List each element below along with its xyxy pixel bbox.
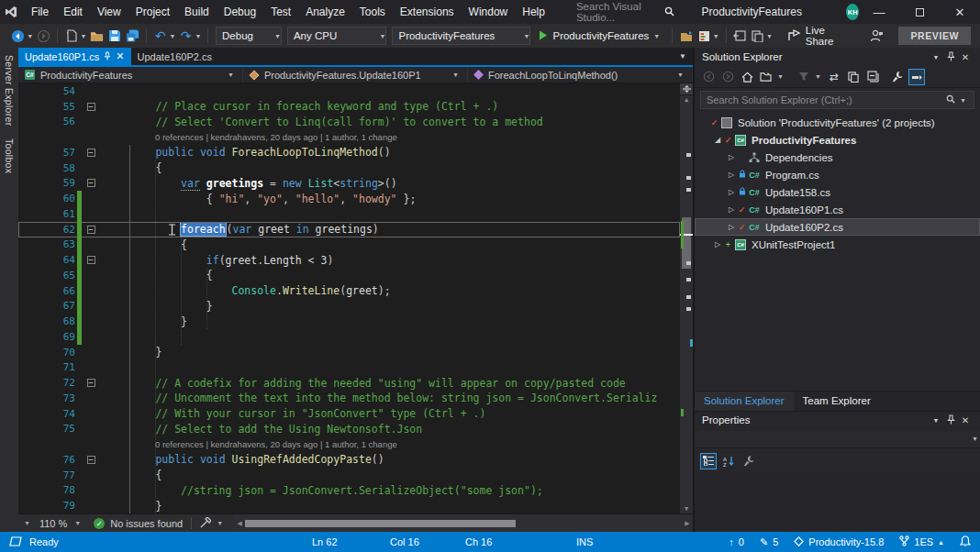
search-input[interactable]: Search Visual Studio... bbox=[573, 3, 678, 21]
fold-collapse-icon[interactable]: − bbox=[87, 379, 95, 387]
side-tab-toolbox[interactable]: Toolbox bbox=[4, 138, 15, 173]
cursor-column-indicator[interactable]: Col 16 bbox=[390, 532, 419, 552]
diagnostics-dropdown[interactable]: ▼ bbox=[713, 33, 721, 39]
categorized-view-icon[interactable] bbox=[700, 453, 717, 469]
se-forward-icon[interactable] bbox=[719, 69, 736, 85]
window-position-dropdown[interactable]: ▼ bbox=[929, 54, 943, 61]
code-line-61[interactable]: 61 bbox=[18, 206, 680, 222]
panel-tab-team-explorer[interactable]: Team Explorer bbox=[794, 392, 880, 411]
breakpoint-margin[interactable] bbox=[18, 483, 50, 499]
properties-wrench-icon[interactable] bbox=[889, 69, 906, 85]
codelens-indicator[interactable]: 0 references | kendrahavens, 20 days ago… bbox=[18, 436, 680, 452]
breadcrumb-segment[interactable]: ForeachLoopToLinqMethod()▼ bbox=[468, 67, 693, 83]
refresh-icon[interactable] bbox=[845, 69, 862, 85]
code-line-78[interactable]: 78 //string json = JsonConvert.Serialize… bbox=[18, 483, 680, 499]
scroll-down-arrow[interactable]: ▼ bbox=[680, 504, 693, 513]
code-text[interactable]: { bbox=[99, 269, 213, 282]
menu-build[interactable]: Build bbox=[177, 0, 217, 24]
close-tab-icon[interactable]: ✕ bbox=[116, 50, 124, 62]
side-tab-server-explorer[interactable]: Server Explorer bbox=[4, 55, 15, 126]
undo-icon[interactable]: ↶ bbox=[151, 26, 169, 46]
insert-mode-indicator[interactable]: INS bbox=[576, 532, 593, 552]
solution-explorer-search-input[interactable]: Search Solution Explorer (Ctrl+;) ▼ bbox=[700, 91, 974, 109]
code-text[interactable]: { bbox=[99, 238, 187, 251]
code-line-72[interactable]: 72− // A codefix for adding the needed "… bbox=[18, 375, 680, 391]
se-back-icon[interactable] bbox=[700, 69, 717, 85]
code-text[interactable]: // Select 'Convert to Linq(call form)' t… bbox=[99, 116, 543, 128]
scroll-up-arrow[interactable]: ▲ bbox=[680, 95, 693, 105]
background-tasks-icon[interactable] bbox=[9, 536, 22, 548]
zoom-select[interactable]: 110 %▼ bbox=[36, 518, 84, 529]
code-line-54[interactable]: 54 bbox=[18, 83, 680, 99]
chevron-collapsed-icon[interactable]: ▷ bbox=[726, 205, 737, 214]
breakpoint-margin[interactable] bbox=[18, 222, 50, 237]
copy-paste-icon[interactable] bbox=[749, 26, 766, 46]
code-line-75[interactable]: 75 // Select to add the Using Newtonsoft… bbox=[18, 422, 680, 437]
menu-edit[interactable]: Edit bbox=[56, 0, 90, 24]
code-text[interactable]: } bbox=[99, 346, 161, 359]
live-share-button[interactable]: Live Share bbox=[787, 25, 853, 47]
new-file-icon[interactable] bbox=[62, 26, 80, 46]
breakpoint-margin[interactable] bbox=[18, 468, 50, 483]
home-icon[interactable] bbox=[739, 69, 755, 85]
fold-collapse-icon[interactable]: − bbox=[87, 256, 95, 264]
code-line-77[interactable]: 77 { bbox=[18, 468, 680, 483]
preview-button[interactable]: PREVIEW bbox=[898, 27, 971, 45]
redo-icon[interactable]: ↷ bbox=[177, 26, 195, 46]
scroll-right-arrow[interactable]: ▶ bbox=[682, 520, 693, 527]
repository-indicator[interactable]: Productivity-15.8 bbox=[794, 536, 884, 548]
tree-item-update160p2-cs[interactable]: ▷✓C#Update160P2.cs bbox=[695, 218, 980, 236]
chevron-collapsed-icon[interactable]: ▷ bbox=[726, 171, 737, 179]
fold-collapse-icon[interactable]: − bbox=[87, 456, 95, 464]
document-tab-update160p1.cs[interactable]: Update160P1.cs✕ bbox=[18, 48, 131, 65]
code-text[interactable]: Console.WriteLine(greet); bbox=[99, 284, 391, 297]
cursor-character-indicator[interactable]: Ch 16 bbox=[465, 532, 492, 552]
menu-file[interactable]: File bbox=[24, 0, 56, 24]
se-search-dropdown[interactable]: ▼ bbox=[960, 97, 968, 104]
code-text[interactable]: } bbox=[99, 500, 161, 513]
breakpoint-margin[interactable] bbox=[18, 191, 50, 206]
code-line-57[interactable]: 57− public void ForeachLoopToLinqMethod(… bbox=[18, 145, 680, 160]
chevron-collapsed-icon[interactable]: ▷ bbox=[712, 240, 723, 248]
breakpoint-margin[interactable] bbox=[18, 498, 50, 513]
breakpoint-margin[interactable] bbox=[18, 406, 50, 422]
switch-views-dropdown[interactable]: ▼ bbox=[777, 73, 785, 80]
breakpoint-margin[interactable] bbox=[18, 115, 50, 130]
tab-list-dropdown[interactable]: ▼ bbox=[679, 52, 693, 61]
close-panel-icon[interactable]: ✕ bbox=[958, 415, 973, 425]
chevron-collapsed-icon[interactable]: ▷ bbox=[726, 223, 737, 231]
feedback-icon[interactable] bbox=[868, 26, 885, 46]
copy-paste-dropdown[interactable]: ▼ bbox=[766, 33, 774, 39]
navigate-backward-code-icon[interactable] bbox=[731, 26, 749, 46]
tree-item-update160p1-cs[interactable]: ▷✓C#Update160P1.cs bbox=[695, 201, 980, 218]
fold-collapse-icon[interactable]: − bbox=[87, 226, 95, 234]
breadcrumb-dropdown[interactable]: ▼ bbox=[452, 72, 461, 78]
fold-collapse-icon[interactable]: − bbox=[87, 149, 95, 157]
pin-icon[interactable] bbox=[943, 414, 958, 426]
switch-views-icon[interactable] bbox=[758, 69, 774, 85]
code-line-65[interactable]: 65 { bbox=[18, 268, 680, 283]
code-text[interactable]: { bbox=[99, 469, 161, 481]
menu-help[interactable]: Help bbox=[515, 0, 552, 24]
properties-object-select[interactable]: ▼ bbox=[695, 431, 980, 448]
chevron-expanded-icon[interactable]: ◢ bbox=[712, 136, 723, 144]
codelens-indicator[interactable]: 0 references | kendrahavens, 20 days ago… bbox=[18, 129, 680, 145]
branch-indicator[interactable]: 1ES ▲ bbox=[899, 535, 944, 548]
window-position-dropdown[interactable]: ▼ bbox=[929, 417, 943, 424]
editor-splitter-handle[interactable] bbox=[680, 83, 693, 95]
breakpoint-margin[interactable] bbox=[18, 283, 50, 299]
menu-window[interactable]: Window bbox=[462, 0, 516, 24]
code-editor[interactable]: 5455− // Place cursor in foreach keyword… bbox=[18, 83, 693, 513]
alphabetical-sort-icon[interactable]: AZ bbox=[720, 453, 737, 469]
tree-item-xunittestproject1[interactable]: ▷+C#XUnitTestProject1 bbox=[695, 236, 980, 253]
code-cleanup-dropdown[interactable]: ▼ bbox=[211, 520, 228, 526]
menu-view[interactable]: View bbox=[90, 0, 128, 24]
code-text[interactable]: // Place cursor in foreach keyword and t… bbox=[99, 100, 498, 113]
pending-edits[interactable]: ✎ 5 bbox=[760, 536, 778, 548]
hscrollbar-thumb[interactable] bbox=[245, 520, 516, 527]
code-line-62[interactable]: 62− foreach(var greet in greetings) bbox=[18, 222, 680, 237]
breakpoint-margin[interactable] bbox=[18, 237, 50, 253]
navigate-back-dropdown[interactable]: ▼ bbox=[27, 33, 35, 39]
code-line-55[interactable]: 55− // Place cursor in foreach keyword a… bbox=[18, 99, 680, 115]
notifications-bell-icon[interactable] bbox=[960, 535, 971, 549]
